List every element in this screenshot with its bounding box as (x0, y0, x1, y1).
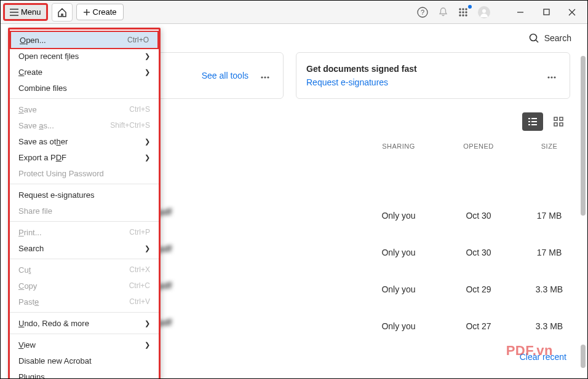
menu-item-label: Save as other (18, 137, 68, 146)
help-icon: ? (417, 7, 428, 18)
close-icon (568, 9, 576, 16)
apps-button[interactable] (453, 4, 473, 21)
menu-item-label: Save (18, 105, 37, 114)
menu-create[interactable]: Create ❯ (10, 64, 159, 80)
svg-rect-22 (554, 117, 557, 120)
list-view-button[interactable] (522, 112, 543, 131)
svg-point-6 (462, 11, 464, 13)
menu-item-label: Protect Using Password (18, 169, 104, 178)
notifications-button[interactable] (433, 3, 453, 21)
home-icon (57, 7, 67, 17)
menu-item-label: Undo, Redo & more (18, 319, 89, 328)
scrollbar-thumb[interactable] (581, 56, 586, 216)
sharing-cell: Only you (359, 248, 439, 257)
menu-request-esignatures[interactable]: Request e-signatures (10, 187, 159, 203)
size-cell: 3.3 MB (518, 321, 580, 331)
create-button[interactable]: Create (76, 4, 124, 20)
col-sharing[interactable]: SHARING (359, 143, 439, 150)
menu-shortcut: Ctrl+O (127, 36, 149, 44)
hamburger-icon (10, 9, 18, 16)
opened-cell: Oct 30 (439, 211, 518, 221)
menu-shortcut: Ctrl+P (129, 228, 150, 236)
col-size[interactable]: SIZE (518, 143, 580, 150)
sharing-cell: Only you (359, 284, 439, 294)
svg-point-18 (267, 76, 269, 78)
svg-rect-23 (560, 117, 563, 120)
menu-search[interactable]: Search ❯ (10, 240, 159, 256)
help-button[interactable]: ? (412, 3, 433, 21)
svg-point-10 (465, 14, 467, 16)
menu-paste: Paste Ctrl+V (10, 294, 159, 310)
scrollbar-thumb[interactable] (581, 345, 586, 368)
menu-save-as: Save as... Shift+Ctrl+S (10, 117, 159, 133)
menu-item-label: Copy (18, 281, 37, 291)
menu-item-label: Open recent files (18, 52, 79, 61)
search-icon (529, 33, 539, 44)
close-button[interactable] (559, 2, 585, 23)
svg-point-14 (530, 34, 536, 41)
bell-icon (438, 7, 448, 17)
col-opened[interactable]: OPENED (439, 143, 518, 150)
menu-undo-redo[interactable]: Undo, Redo & more ❯ (10, 315, 159, 331)
menu-open[interactable]: Open... Ctrl+O (10, 31, 159, 49)
profile-button[interactable] (473, 2, 495, 22)
chevron-right-icon: ❯ (145, 244, 150, 252)
svg-rect-13 (544, 9, 549, 15)
menu-item-label: Export a PDF (18, 153, 66, 162)
menu-view[interactable]: View ❯ (10, 337, 159, 353)
svg-point-7 (465, 11, 467, 13)
menu-item-label: Cut (18, 265, 31, 275)
minimize-button[interactable] (507, 2, 533, 23)
chevron-right-icon: ❯ (145, 341, 150, 349)
card-more-button[interactable] (544, 70, 560, 81)
chevron-right-icon: ❯ (145, 52, 150, 60)
menu-open-recent[interactable]: Open recent files ❯ (10, 48, 159, 64)
menu-shortcut: Ctrl+S (129, 105, 150, 114)
size-cell: 3.3 MB (518, 284, 580, 294)
menu-save: Save Ctrl+S (10, 101, 159, 117)
menu-dropdown: Open... Ctrl+O Open recent files ❯ Creat… (8, 28, 161, 379)
svg-point-20 (550, 76, 552, 78)
card-title: Get documents signed fast (306, 64, 535, 74)
size-cell: 17 MB (518, 248, 580, 257)
create-label: Create (93, 7, 117, 17)
svg-point-8 (459, 14, 461, 16)
menu-item-label: Print... (18, 228, 42, 237)
menu-item-label: Share file (18, 206, 52, 216)
menu-plugins[interactable]: Plugins (10, 369, 159, 379)
menu-export[interactable]: Export a PDF ❯ (10, 149, 159, 165)
chevron-right-icon: ❯ (145, 138, 150, 146)
chevron-right-icon: ❯ (145, 154, 150, 162)
search-button[interactable]: Search (529, 33, 571, 44)
menu-item-label: Disable new Acrobat (18, 356, 92, 365)
menu-protect: Protect Using Password (10, 165, 159, 181)
menu-button[interactable]: Menu (3, 3, 48, 21)
maximize-icon (543, 9, 550, 15)
menu-save-other[interactable]: Save as other ❯ (10, 133, 159, 149)
menu-item-label: Combine files (18, 84, 67, 93)
svg-point-17 (264, 76, 266, 78)
menu-item-label: Plugins (18, 372, 45, 380)
menu-item-label: Open... (20, 36, 46, 45)
menu-cut: Cut Ctrl+X (10, 262, 159, 278)
chevron-right-icon: ❯ (145, 68, 150, 76)
menu-disable-new[interactable]: Disable new Acrobat (10, 353, 159, 369)
menu-combine[interactable]: Combine files (10, 80, 159, 96)
chevron-right-icon: ❯ (145, 319, 150, 327)
card-more-button[interactable] (257, 70, 273, 81)
menu-label: Menu (21, 7, 41, 17)
menu-shortcut: Ctrl+V (129, 297, 150, 306)
see-all-tools-link[interactable]: See all tools (202, 71, 248, 80)
request-esignatures-link[interactable]: Request e-signatures (306, 77, 535, 87)
menu-shortcut: Ctrl+C (129, 281, 150, 290)
home-button[interactable] (52, 3, 73, 21)
maximize-button[interactable] (533, 2, 559, 23)
opened-cell: Oct 27 (439, 321, 518, 331)
svg-point-12 (482, 9, 486, 13)
signed-fast-card[interactable]: Get documents signed fast Request e-sign… (296, 52, 570, 99)
menu-copy: Copy Ctrl+C (10, 278, 159, 294)
menu-shortcut: Ctrl+X (129, 265, 150, 274)
grid-view-button[interactable] (548, 112, 569, 131)
svg-point-5 (459, 11, 461, 13)
svg-point-19 (547, 76, 549, 78)
